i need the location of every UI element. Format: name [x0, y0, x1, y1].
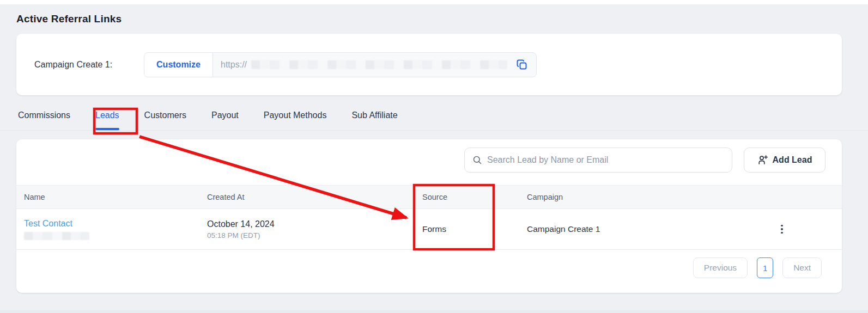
- tab-commissions[interactable]: Commissions: [18, 106, 70, 130]
- previous-page-button[interactable]: Previous: [693, 257, 748, 278]
- created-date: October 14, 2024: [207, 219, 415, 229]
- page-title: Active Referral Links: [16, 13, 122, 25]
- customize-button[interactable]: Customize: [144, 53, 213, 77]
- search-box: [464, 148, 732, 173]
- redacted-url: [251, 60, 507, 69]
- lead-name-link[interactable]: Test Contact: [24, 219, 72, 229]
- leads-toolbar: Add Lead: [16, 139, 842, 185]
- header-actions: [737, 186, 842, 209]
- tab-leads[interactable]: Leads: [95, 106, 119, 130]
- search-icon: [472, 155, 482, 165]
- top-strip: [0, 0, 868, 4]
- redacted-email: [24, 232, 89, 240]
- tab-bar: Commissions Leads Customers Payout Payou…: [18, 106, 398, 130]
- search-lead-input[interactable]: [487, 155, 724, 165]
- kebab-menu-icon: [781, 225, 783, 227]
- created-time: 05:18 PM (EDT): [207, 231, 415, 240]
- tabs-divider: [0, 130, 868, 131]
- add-lead-label: Add Lead: [773, 155, 812, 165]
- copy-icon: [515, 58, 529, 71]
- tab-customers[interactable]: Customers: [144, 106, 186, 130]
- tab-payout[interactable]: Payout: [211, 106, 239, 130]
- page-number-button[interactable]: 1: [757, 257, 773, 278]
- header-created-at: Created At: [199, 186, 415, 209]
- pagination: Previous 1 Next: [693, 257, 822, 278]
- add-lead-button[interactable]: Add Lead: [744, 148, 825, 173]
- cell-campaign: Campaign Create 1: [519, 209, 737, 250]
- referral-link-group: Customize https://: [144, 52, 537, 77]
- header-source: Source: [415, 186, 519, 209]
- cell-name: Test Contact: [16, 209, 199, 250]
- cell-source: Forms: [415, 209, 519, 250]
- header-name: Name: [16, 186, 199, 209]
- header-campaign: Campaign: [519, 186, 737, 209]
- next-page-button[interactable]: Next: [782, 257, 822, 278]
- referral-link-card: Campaign Create 1: Customize https://: [16, 34, 842, 95]
- campaign-name-label: Campaign Create 1:: [34, 34, 112, 95]
- copy-link-button[interactable]: [515, 58, 529, 71]
- referral-url-field[interactable]: https://: [213, 53, 536, 77]
- add-user-icon: [757, 155, 768, 165]
- tab-sub-affiliate[interactable]: Sub Affiliate: [351, 106, 397, 130]
- leads-table: Name Created At Source Campaign Test Con…: [16, 185, 842, 250]
- cell-created-at: October 14, 2024 05:18 PM (EDT): [199, 209, 415, 250]
- bottom-strip: [0, 310, 868, 313]
- row-actions-button[interactable]: [778, 222, 786, 237]
- tab-payout-methods[interactable]: Payout Methods: [264, 106, 327, 130]
- leads-panel: Add Lead Name Created At Source Campaign…: [16, 139, 842, 293]
- table-header-row: Name Created At Source Campaign: [16, 186, 842, 209]
- url-prefix: https://: [221, 60, 247, 70]
- table-row: Test Contact October 14, 2024 05:18 PM (…: [16, 209, 842, 250]
- cell-actions: [737, 209, 842, 250]
